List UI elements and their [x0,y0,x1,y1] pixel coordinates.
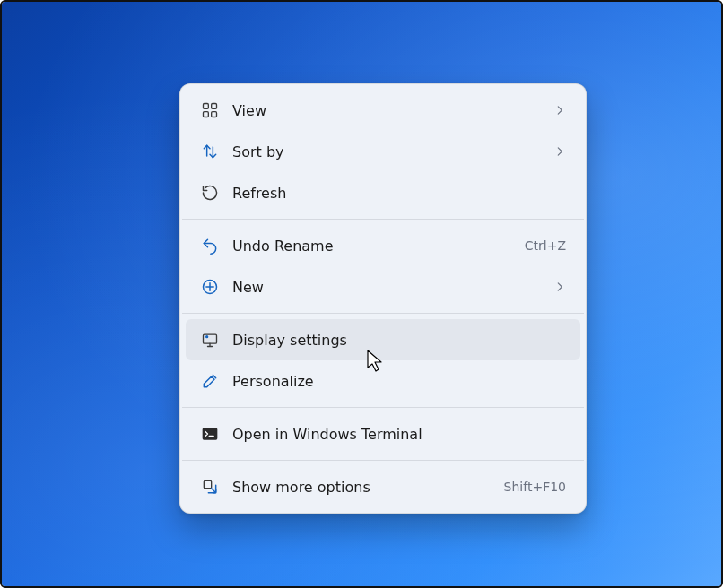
menu-item-label: Refresh [232,185,566,202]
menu-item-label: Personalize [232,373,566,390]
plus-circle-icon [200,277,220,297]
menu-item-label: Undo Rename [232,238,512,255]
menu-item-label: Show more options [232,479,492,496]
menu-item-undo[interactable]: Undo Rename Ctrl+Z [186,225,580,266]
svg-rect-0 [204,104,209,109]
svg-rect-8 [204,480,211,488]
menu-item-label: Display settings [232,332,566,349]
display-settings-icon [200,330,220,350]
svg-rect-5 [204,334,217,343]
terminal-icon [200,424,220,444]
desktop-context-menu: View Sort by Refresh [179,83,587,514]
window-frame: View Sort by Refresh [0,0,723,588]
menu-separator [182,460,584,461]
menu-separator [182,313,584,314]
menu-item-personalize[interactable]: Personalize [186,360,580,402]
menu-item-shortcut: Shift+F10 [504,480,566,494]
chevron-right-icon [553,145,566,158]
menu-item-label: Sort by [232,143,541,160]
menu-item-refresh[interactable]: Refresh [186,172,580,213]
menu-item-display-settings[interactable]: Display settings [186,319,580,360]
undo-icon [200,236,220,255]
menu-item-sort-by[interactable]: Sort by [186,131,580,172]
chevron-right-icon [553,104,566,117]
svg-rect-7 [203,428,218,439]
menu-item-open-terminal[interactable]: Open in Windows Terminal [186,413,580,454]
svg-rect-1 [212,104,217,109]
menu-item-view[interactable]: View [186,90,580,131]
menu-item-label: New [232,279,541,296]
menu-separator [182,407,584,408]
svg-rect-2 [204,112,209,117]
expand-icon [200,477,220,497]
menu-item-show-more[interactable]: Show more options Shift+F10 [186,466,580,507]
menu-item-new[interactable]: New [186,266,580,307]
menu-separator [182,219,584,220]
sort-icon [200,142,220,161]
svg-rect-3 [212,112,217,117]
menu-item-shortcut: Ctrl+Z [525,238,566,253]
chevron-right-icon [553,281,566,293]
brush-icon [200,371,220,391]
menu-item-label: View [232,102,541,119]
svg-point-6 [205,335,208,338]
menu-item-label: Open in Windows Terminal [232,426,566,443]
grid-icon [200,100,220,120]
refresh-icon [200,183,220,203]
